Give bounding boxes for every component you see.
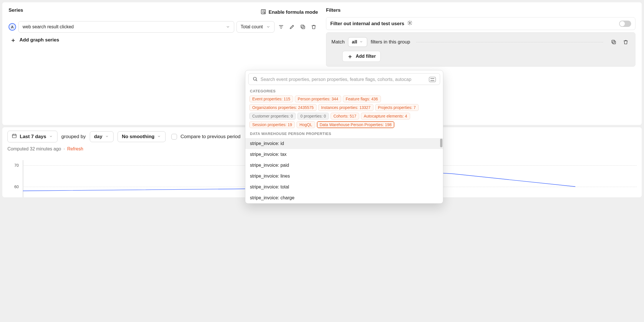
property-search-row: [248, 73, 440, 85]
filter-internal-users-toggle[interactable]: [619, 21, 631, 27]
formula-mode-toggle[interactable]: Enable formula mode: [261, 9, 318, 16]
category-tag[interactable]: Customer properties: 0: [249, 113, 296, 120]
smoothing-select[interactable]: No smoothing: [118, 131, 166, 142]
category-tag[interactable]: Person properties: 344: [295, 96, 341, 102]
add-filter-label: Add filter: [356, 54, 376, 59]
add-graph-series-button[interactable]: ＋ Add graph series: [10, 37, 318, 43]
gear-icon[interactable]: [407, 20, 412, 27]
property-result-item[interactable]: stripe_invoice: paid: [245, 160, 443, 171]
category-tag[interactable]: Data Warehouse Person Properties: 198: [317, 121, 395, 128]
chevron-down-icon: [49, 135, 53, 139]
aggregation-label: Total count: [241, 24, 263, 29]
category-tag[interactable]: Session properties: 19: [249, 121, 295, 128]
property-result-item[interactable]: stripe_invoice: total: [245, 182, 443, 192]
duplicate-group-icon[interactable]: [609, 38, 618, 46]
match-post-label: filters in this group: [371, 39, 410, 45]
property-result-item[interactable]: stripe_invoice: charge: [245, 192, 443, 200]
match-mode-value: all: [352, 39, 357, 45]
delete-icon[interactable]: [309, 23, 318, 31]
category-tag[interactable]: Projects properties: 7: [375, 104, 419, 111]
chevron-down-icon: [105, 135, 109, 139]
date-range-label: Last 7 days: [20, 134, 46, 140]
category-tag[interactable]: Organizations properties: 2435575: [249, 104, 317, 111]
compare-label: Compare to previous period: [180, 134, 240, 140]
property-picker-popover: CATEGORIES Event properties: 115Person p…: [245, 70, 443, 200]
event-select-label: web search result clicked: [23, 24, 74, 29]
chevron-down-icon: [226, 25, 230, 29]
svg-point-7: [253, 77, 257, 80]
separator: ·: [63, 146, 65, 151]
property-result-item[interactable]: stripe_invoice: tax: [245, 149, 443, 160]
y-tick-label: 60: [14, 184, 19, 189]
category-tag[interactable]: 0 properties: 0: [297, 113, 329, 120]
series-title: Series: [9, 7, 23, 13]
filters-title: Filters: [326, 7, 635, 13]
formula-icon: [261, 9, 266, 16]
event-select[interactable]: web search result clicked: [18, 21, 234, 33]
filter-group: Match all filters in this group ＋: [326, 32, 635, 67]
computed-time: Computed 32 minutes ago: [7, 146, 61, 151]
date-range-select[interactable]: Last 7 days: [7, 131, 57, 142]
svg-rect-4: [613, 41, 616, 44]
svg-point-3: [409, 22, 411, 24]
property-result-item[interactable]: stripe_invoice: id: [245, 138, 443, 149]
add-filter-button[interactable]: ＋ Add filter: [342, 51, 381, 62]
category-tag[interactable]: HogQL: [297, 121, 315, 128]
formula-mode-label: Enable formula mode: [269, 9, 318, 15]
search-icon: [253, 76, 258, 82]
categories-heading: CATEGORIES: [245, 88, 443, 96]
property-result-item[interactable]: stripe_invoice: lines: [245, 171, 443, 182]
plus-icon: ＋: [10, 37, 16, 43]
category-tag[interactable]: Instances properties: 13327: [318, 104, 373, 111]
match-pre-label: Match: [331, 39, 345, 45]
svg-rect-6: [12, 134, 16, 138]
calendar-icon: [12, 133, 17, 140]
duplicate-icon[interactable]: [299, 23, 307, 31]
add-series-label: Add graph series: [19, 37, 59, 43]
chevron-down-icon: [157, 135, 161, 139]
y-tick-label: 70: [14, 163, 19, 168]
svg-rect-1: [302, 26, 305, 29]
chevron-down-icon: [266, 25, 270, 29]
delete-group-icon[interactable]: [621, 38, 630, 46]
plus-icon: ＋: [347, 53, 353, 59]
chevron-down-icon: [359, 40, 363, 44]
svg-rect-2: [301, 25, 304, 28]
smoothing-label: No smoothing: [122, 134, 154, 140]
filter-icon[interactable]: [277, 23, 285, 31]
svg-rect-5: [612, 40, 615, 43]
interval-label: day: [94, 134, 102, 140]
edit-icon[interactable]: [288, 23, 296, 31]
category-tag[interactable]: Feature flags: 436: [343, 96, 381, 102]
match-mode-select[interactable]: all: [348, 37, 367, 47]
filter-internal-users-label: Filter out internal and test users: [330, 21, 404, 27]
category-tag[interactable]: Event properties: 115: [249, 96, 293, 102]
refresh-link[interactable]: Refresh: [67, 146, 83, 151]
filter-internal-users-row: Filter out internal and test users: [326, 17, 635, 30]
keyboard-icon[interactable]: [429, 77, 436, 82]
category-tag[interactable]: Cohorts: 517: [331, 113, 359, 120]
interval-select[interactable]: day: [90, 131, 114, 142]
category-tag[interactable]: Autocapture elements: 4: [361, 113, 410, 120]
divider: [416, 42, 603, 42]
property-results[interactable]: stripe_invoice: idstripe_invoice: taxstr…: [245, 138, 443, 200]
results-heading: DATA WAREHOUSE PERSON PROPERTIES: [245, 130, 443, 138]
series-badge-a: A: [9, 23, 16, 31]
scrollbar-thumb[interactable]: [440, 139, 442, 147]
grouped-by-label: grouped by: [61, 134, 86, 140]
aggregation-select[interactable]: Total count: [236, 21, 275, 33]
property-search-input[interactable]: [261, 77, 426, 82]
compare-checkbox[interactable]: [171, 134, 177, 140]
